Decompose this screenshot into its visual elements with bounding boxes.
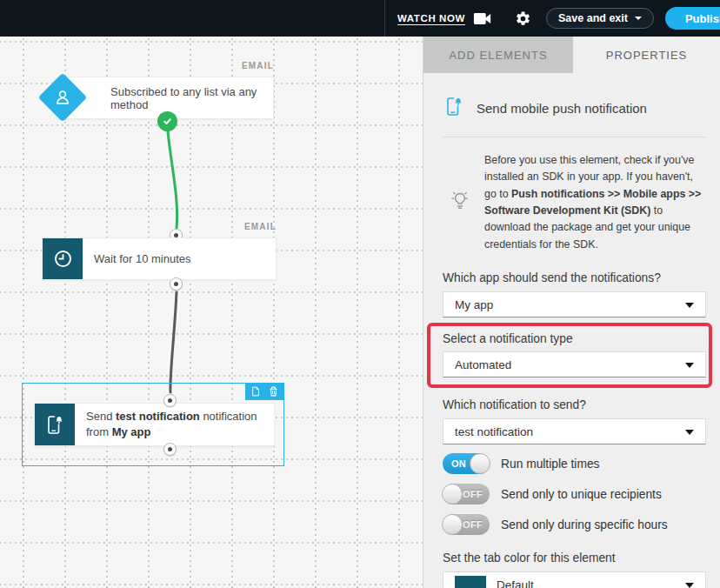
panel-title: Send mobile push notification: [477, 101, 647, 116]
node-label: Wait for 10 minutes: [83, 252, 191, 265]
tab-properties[interactable]: PROPERTIES: [573, 37, 720, 73]
workflow-canvas[interactable]: EMAIL Subscribed to any list via any met…: [0, 37, 423, 588]
unique-recipients-toggle[interactable]: OFF: [443, 484, 490, 504]
node-label: Send test notification notification from…: [75, 409, 274, 440]
app-question-label: Which app should send the notifications?: [443, 271, 706, 284]
watch-now-link[interactable]: WATCH NOW: [397, 13, 465, 23]
node-wait[interactable]: Wait for 10 minutes: [42, 237, 277, 280]
properties-panel: ADD ELEMENTS PROPERTIES Send mobile push…: [423, 37, 720, 588]
notification-select[interactable]: test notification: [443, 418, 706, 444]
trigger-diamond: [38, 73, 88, 123]
main-area: EMAIL Subscribed to any list via any met…: [0, 37, 720, 588]
mobile-push-icon: [35, 404, 75, 445]
toggle-label: Send only during specific hours: [501, 518, 668, 531]
save-and-exit-button[interactable]: Save and exit: [546, 8, 654, 29]
toggle-row-specific-hours: OFF Send only during specific hours: [443, 514, 706, 535]
specific-hours-toggle[interactable]: OFF: [443, 514, 490, 535]
toggle-knob: [442, 484, 463, 504]
connection-dot[interactable]: [170, 277, 183, 291]
highlight-annotation: Select a notification type Automated: [427, 323, 712, 388]
toggle-knob: [470, 453, 490, 474]
notification-type-value: Automated: [455, 358, 511, 371]
toggle-state: ON: [451, 458, 466, 469]
toggle-label: Run multiple times: [501, 458, 599, 471]
dropdown-caret-icon: [685, 430, 694, 435]
topbar: WATCH NOW Save and exit Publish: [0, 0, 720, 37]
node-send-push[interactable]: Send test notification notification from…: [34, 403, 275, 446]
node-action-badge: [245, 383, 284, 400]
video-camera-icon[interactable]: [473, 12, 492, 25]
toggle-label: Send only to unique recipients: [501, 488, 662, 501]
tab-color-label: Set the tab color for this element: [443, 551, 706, 565]
panel-header: Send mobile push notification: [443, 95, 706, 137]
wait-clock-icon: [43, 238, 83, 279]
toggle-state: OFF: [463, 519, 483, 530]
notification-select-value: test notification: [455, 425, 533, 438]
toggle-state: OFF: [463, 489, 483, 499]
channel-tag-email: EMAIL: [0, 61, 274, 70]
toggle-knob: [442, 514, 463, 535]
toggle-row-run-multiple: ON Run multiple times: [443, 453, 706, 474]
lightbulb-icon: [447, 187, 473, 218]
publish-button[interactable]: Publish: [665, 7, 720, 30]
dropdown-caret-icon: [685, 363, 694, 368]
node-label: Subscribed to any list via any method: [99, 85, 273, 111]
run-multiple-times-toggle[interactable]: ON: [443, 453, 490, 474]
tab-color-select[interactable]: Default: [443, 571, 706, 588]
notification-type-label: Select a notification type: [443, 332, 706, 345]
panel-body: Send mobile push notification Before you…: [423, 73, 720, 588]
notification-type-select[interactable]: Automated: [443, 351, 706, 378]
mobile-push-icon: [443, 95, 465, 121]
tab-add-elements[interactable]: ADD ELEMENTS: [423, 37, 573, 73]
panel-tabs: ADD ELEMENTS PROPERTIES: [423, 37, 720, 73]
gear-icon[interactable]: [515, 10, 531, 27]
color-swatch: [455, 576, 486, 588]
selected-node-outline: Send test notification notification from…: [22, 383, 284, 466]
caret-down-icon: [635, 17, 642, 20]
success-check-icon: [157, 111, 177, 131]
trash-icon[interactable]: [268, 385, 279, 398]
sdk-tip: Before you use this element, check if yo…: [443, 152, 706, 253]
toggle-row-unique-recipients: OFF Send only to unique recipients: [443, 484, 706, 504]
notification-question-label: Which notification to send?: [443, 398, 706, 411]
connection-dot[interactable]: [163, 443, 177, 456]
save-and-exit-label: Save and exit: [558, 12, 628, 24]
sdk-tip-text: Before you use this element, check if yo…: [484, 152, 706, 253]
dropdown-caret-icon: [685, 583, 694, 588]
duplicate-icon[interactable]: [250, 385, 261, 398]
app-select[interactable]: My app: [443, 291, 706, 317]
connection-dot[interactable]: [163, 394, 177, 407]
channel-tag-email: EMAIL: [0, 222, 277, 231]
app-select-value: My app: [455, 298, 493, 311]
topbar-controls: WATCH NOW Save and exit Publish: [384, 0, 720, 37]
tab-color-value: Default: [497, 578, 534, 588]
subscriber-icon: [45, 80, 80, 115]
dropdown-caret-icon: [685, 303, 694, 308]
